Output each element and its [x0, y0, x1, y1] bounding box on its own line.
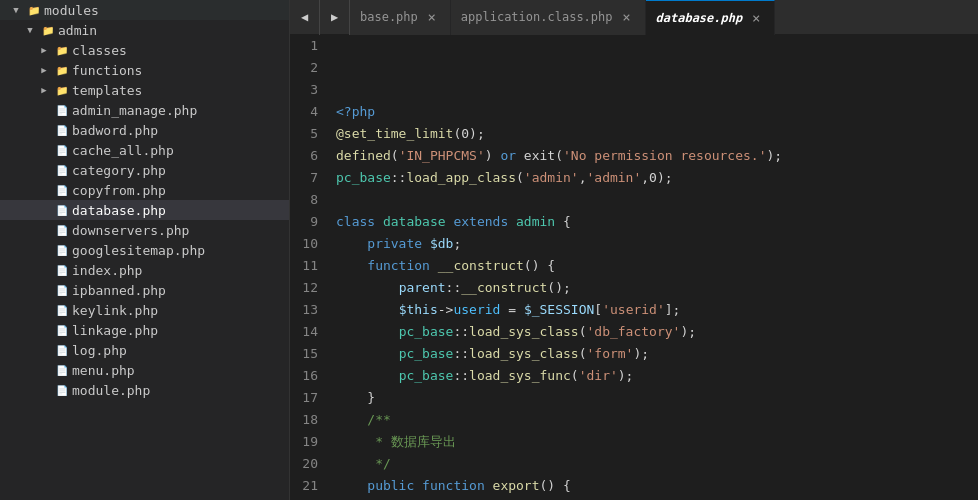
arrow-icon: ▶ [36, 82, 52, 98]
code-line-17: */ [336, 453, 978, 475]
code-content[interactable]: <?php@set_time_limit(0);defined('IN_PHPC… [332, 35, 978, 500]
line-number-18: 18 [290, 409, 324, 431]
sidebar-item-menu[interactable]: 📄menu.php [0, 360, 289, 380]
line-number-21: 21 [290, 475, 324, 497]
sidebar-item-module[interactable]: 📄module.php [0, 380, 289, 400]
sidebar-item-label: ipbanned.php [72, 283, 166, 298]
sidebar-item-category[interactable]: 📄category.php [0, 160, 289, 180]
token [336, 321, 399, 343]
spacer [36, 122, 52, 138]
token: ); [633, 343, 649, 365]
file-icon: 📄 [54, 322, 70, 338]
sidebar-item-googlesitemap[interactable]: 📄googlesitemap.php [0, 240, 289, 260]
code-line-14: } [336, 387, 978, 409]
arrow-icon: ▶ [36, 42, 52, 58]
sidebar-item-label: classes [72, 43, 127, 58]
token: 'userid' [602, 299, 665, 321]
code-line-11: pc_base::load_sys_class('db_factory'); [336, 321, 978, 343]
line-number-12: 12 [290, 277, 324, 299]
token: class [336, 211, 383, 233]
sidebar-item-functions[interactable]: ▶📁functions [0, 60, 289, 80]
sidebar-item-downservers[interactable]: 📄downservers.php [0, 220, 289, 240]
token: ,0); [641, 167, 672, 189]
sidebar-item-linkage[interactable]: 📄linkage.php [0, 320, 289, 340]
spacer [36, 322, 52, 338]
sidebar-item-label: templates [72, 83, 142, 98]
token: :: [453, 321, 469, 343]
code-line-9: parent::__construct(); [336, 277, 978, 299]
token: , [579, 167, 587, 189]
sidebar-item-database[interactable]: 📄database.php [0, 200, 289, 220]
spacer [36, 262, 52, 278]
line-number-8: 8 [290, 189, 324, 211]
token: $_SESSION [524, 299, 594, 321]
code-line-16: * 数据库导出 [336, 431, 978, 453]
sidebar-item-label: index.php [72, 263, 142, 278]
sidebar-item-keylink[interactable]: 📄keylink.php [0, 300, 289, 320]
tab-label: database.php [656, 11, 743, 25]
token [336, 343, 399, 365]
code-line-1: <?php [336, 101, 978, 123]
file-icon: 📄 [54, 202, 70, 218]
token: ; [453, 233, 461, 255]
code-line-3: defined('IN_PHPCMS') or exit('No permiss… [336, 145, 978, 167]
token: userid [453, 299, 500, 321]
line-number-17: 17 [290, 387, 324, 409]
sidebar-item-admin_manage[interactable]: 📄admin_manage.php [0, 100, 289, 120]
line-number-7: 7 [290, 167, 324, 189]
line-number-3: 3 [290, 79, 324, 101]
token: -> [438, 299, 454, 321]
token: { [563, 211, 571, 233]
token: ( [579, 343, 587, 365]
sidebar-item-log[interactable]: 📄log.php [0, 340, 289, 360]
tab-close-button[interactable]: × [748, 10, 764, 26]
token: :: [453, 343, 469, 365]
line-number-1: 1 [290, 35, 324, 57]
token: 'admin' [586, 167, 641, 189]
sidebar-item-classes[interactable]: ▶📁classes [0, 40, 289, 60]
spacer [36, 142, 52, 158]
line-number-14: 14 [290, 321, 324, 343]
tab-1[interactable]: application.class.php× [451, 0, 646, 35]
token: (); [547, 277, 570, 299]
token: __construct [438, 255, 524, 277]
line-number-13: 13 [290, 299, 324, 321]
tab-close-button[interactable]: × [424, 9, 440, 25]
token: ); [680, 321, 696, 343]
sidebar-item-cache_all[interactable]: 📄cache_all.php [0, 140, 289, 160]
tab-close-button[interactable]: × [619, 9, 635, 25]
code-line-10: $this->userid = $_SESSION['userid']; [336, 299, 978, 321]
token: ); [618, 365, 634, 387]
token: 'db_factory' [586, 321, 680, 343]
spacer [36, 162, 52, 178]
spacer [36, 222, 52, 238]
editor-panel: ◀ ▶ base.php×application.class.php×datab… [290, 0, 978, 500]
sidebar-item-admin[interactable]: ▼📁admin [0, 20, 289, 40]
file-icon: 📄 [54, 162, 70, 178]
sidebar-item-ipbanned[interactable]: 📄ipbanned.php [0, 280, 289, 300]
tab-prev-button[interactable]: ◀ [290, 0, 320, 35]
token [336, 233, 367, 255]
token: $this [399, 299, 438, 321]
sidebar-item-templates[interactable]: ▶📁templates [0, 80, 289, 100]
code-area: 123456789101112131415161718192021 <?php@… [290, 35, 978, 500]
sidebar-item-index[interactable]: 📄index.php [0, 260, 289, 280]
tab-next-button[interactable]: ▶ [320, 0, 350, 35]
token: ( [391, 145, 399, 167]
sidebar-item-badword[interactable]: 📄badword.php [0, 120, 289, 140]
token: ( [516, 167, 524, 189]
code-line-8: function __construct() { [336, 255, 978, 277]
file-icon: 📄 [54, 222, 70, 238]
spacer [36, 282, 52, 298]
file-tree: ▼📁modules▼📁admin▶📁classes▶📁functions▶📁te… [0, 0, 290, 500]
spacer [36, 102, 52, 118]
tab-2[interactable]: database.php× [646, 0, 776, 35]
line-number-15: 15 [290, 343, 324, 365]
sidebar-item-copyfrom[interactable]: 📄copyfrom.php [0, 180, 289, 200]
tab-0[interactable]: base.php× [350, 0, 451, 35]
token: ( [579, 321, 587, 343]
file-icon: 📄 [54, 262, 70, 278]
sidebar-item-modules[interactable]: ▼📁modules [0, 0, 289, 20]
token: = [500, 299, 523, 321]
code-line-15: /** [336, 409, 978, 431]
